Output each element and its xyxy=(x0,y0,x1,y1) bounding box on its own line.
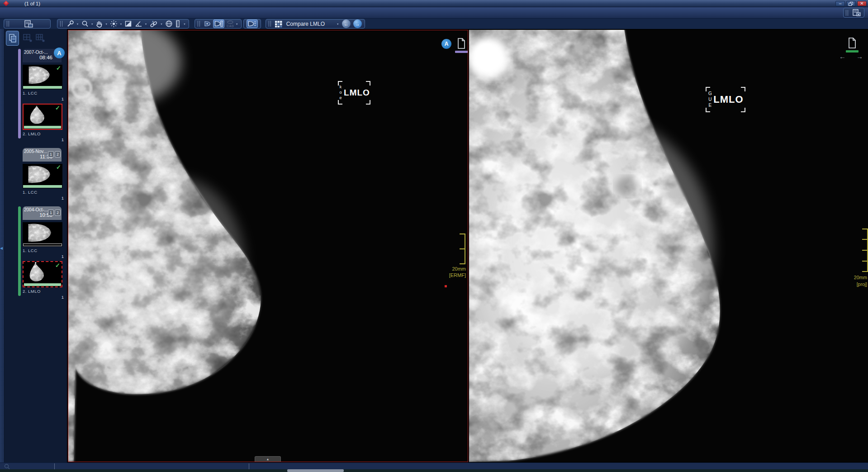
bracket-corner xyxy=(706,108,710,112)
study-header[interactable]: 2005-Nov... 11:36 1 2 xyxy=(23,148,62,162)
tools-button[interactable] xyxy=(66,20,74,28)
toolbar-group-layout xyxy=(4,19,51,29)
ruler-tick xyxy=(460,234,465,234)
bottom-drawer-handle[interactable]: ▲ xyxy=(255,456,281,462)
prior-previous-arrow[interactable]: ← xyxy=(839,52,846,60)
app-logo-icon xyxy=(3,0,9,6)
volume-button[interactable] xyxy=(165,20,173,28)
thumbnail-lcc[interactable] xyxy=(23,222,62,247)
study-navigator-sidebar: 2007-Oct-... 08:46 A ✓ 1. LCC 1 xyxy=(5,29,67,462)
ruler-tick xyxy=(862,229,867,229)
sub-header xyxy=(0,7,868,18)
main-toolbar: ▼ ▼ ▼ xyxy=(0,18,868,29)
ruler-length-label: 20mm xyxy=(439,266,466,272)
viewport-prior-lmlo[interactable]: ← → GUE LMLO 20mm [proj] xyxy=(469,30,868,462)
zoom-dropdown-caret[interactable]: ▼ xyxy=(91,23,94,25)
expand-up-icon: ▲ xyxy=(266,458,270,461)
restore-button[interactable] xyxy=(846,1,856,6)
tools-dropdown-caret[interactable]: ▼ xyxy=(76,23,79,25)
cad-dropdown-caret[interactable]: ▼ xyxy=(236,23,238,25)
bracket-corner xyxy=(366,81,370,86)
toolbar-group-tools: ▼ ▼ ▼ xyxy=(57,19,189,29)
link-button[interactable]: A xyxy=(149,20,158,28)
grid-layout-icon xyxy=(35,33,45,43)
hanging-protocol-button[interactable] xyxy=(23,20,34,28)
report-page-icon[interactable] xyxy=(456,38,466,50)
thumbnail-label: 2. LMLO xyxy=(23,289,66,294)
thumbnail-lmlo-compared[interactable]: ✓ xyxy=(23,261,62,287)
viewing-area: A koe LMLO 20mm [ERMF] xyxy=(67,29,868,462)
invert-button[interactable] xyxy=(124,20,132,28)
patient-browser-button[interactable] xyxy=(6,31,19,46)
pan-dropdown-caret[interactable]: ▼ xyxy=(105,23,108,25)
toolbar-grip xyxy=(60,21,62,27)
breast-annotations-icon xyxy=(247,20,257,28)
next-step-button[interactable]: → xyxy=(353,19,362,28)
thumbnail-count: 1 xyxy=(23,96,66,101)
link-icon: A xyxy=(149,20,158,28)
ruler-tool-button[interactable] xyxy=(175,20,181,28)
brightness-icon xyxy=(110,20,118,28)
ruler-mode-label: [proj] xyxy=(840,281,867,287)
window-controls: – ✕ xyxy=(835,1,867,6)
bracket-corner xyxy=(706,87,710,91)
toolbar-grip xyxy=(269,21,271,27)
breast-measure-button[interactable] xyxy=(213,19,224,28)
toolbar-grip xyxy=(846,10,848,16)
cad-label: CAD xyxy=(227,24,234,28)
tools-icon xyxy=(66,20,74,28)
progress-bar xyxy=(24,126,61,129)
magnifier-icon[interactable] xyxy=(4,463,11,470)
collapse-left-icon[interactable]: ◀ xyxy=(0,246,3,250)
bottom-bar-divider xyxy=(54,463,55,469)
minimize-button[interactable]: – xyxy=(835,1,845,6)
compare-dropdown[interactable]: Compare LMLO xyxy=(286,21,332,27)
close-button[interactable]: ✕ xyxy=(857,1,867,6)
calibration-ruler[interactable] xyxy=(459,234,465,264)
thumbnail-lcc[interactable]: ✓ xyxy=(23,65,62,89)
accepted-check-icon: ✓ xyxy=(55,105,60,111)
ruler-icon xyxy=(175,20,181,28)
thumbnail-count: 1 xyxy=(23,295,66,300)
close-layout-button[interactable] xyxy=(843,8,864,18)
accepted-check-icon: ✓ xyxy=(55,262,60,269)
toolbar-grip xyxy=(198,21,200,27)
breast-marker-button[interactable] xyxy=(203,20,212,28)
thumbnail-lcc[interactable]: ✓ xyxy=(23,164,62,188)
report-close-icon xyxy=(852,9,862,17)
view-label-roi[interactable]: GUE LMLO xyxy=(706,87,745,112)
horizontal-scrollbar[interactable] xyxy=(0,469,868,472)
study-header[interactable]: 2007-Oct-... 08:46 A xyxy=(23,49,62,62)
link-dropdown-caret[interactable]: ▼ xyxy=(160,23,163,25)
bracket-corner xyxy=(741,108,745,112)
scrollbar-thumb[interactable] xyxy=(287,469,344,472)
brightness-button[interactable] xyxy=(110,20,118,28)
study-2004: 2004-Oct-... 10:55 1 2 1. LCC xyxy=(18,206,66,300)
sidebar-collapse-strip[interactable]: ◀ xyxy=(0,29,5,462)
report-page-icon[interactable] xyxy=(847,37,857,49)
ruler-tick xyxy=(460,248,465,249)
ruler-tick xyxy=(862,271,867,272)
cad-marker-dot xyxy=(445,285,447,287)
zoom-tool-button[interactable] xyxy=(81,20,89,28)
study-header[interactable]: 2004-Oct-... 10:55 1 2 xyxy=(23,206,62,220)
viewport-current-lmlo[interactable]: A koe LMLO 20mm [ERMF] xyxy=(68,30,468,462)
thumbnail-count: 1 xyxy=(23,254,66,259)
breast-annotations-button[interactable] xyxy=(247,19,258,28)
calibration-ruler[interactable] xyxy=(862,229,868,272)
view-label-roi[interactable]: koe LMLO xyxy=(338,81,370,105)
angle-measure-button[interactable] xyxy=(134,20,142,28)
pan-tool-button[interactable] xyxy=(95,20,103,28)
ruler-dropdown-caret[interactable]: ▼ xyxy=(183,23,186,25)
bottom-toolbar xyxy=(0,462,868,469)
mammogram-image xyxy=(68,30,468,462)
prior-next-arrow[interactable]: → xyxy=(856,52,863,60)
prior-badge-1: 1 xyxy=(48,151,54,157)
bracket-corner xyxy=(338,100,342,105)
brightness-dropdown-caret[interactable]: ▼ xyxy=(119,23,122,25)
angle-dropdown-caret[interactable]: ▼ xyxy=(145,23,147,25)
priors-badges: 1 2 xyxy=(48,210,61,216)
previous-step-button[interactable]: ← xyxy=(342,19,351,28)
compare-dropdown-caret[interactable]: ▼ xyxy=(337,23,339,25)
thumbnail-lmlo-selected[interactable]: ✓ xyxy=(23,104,62,130)
